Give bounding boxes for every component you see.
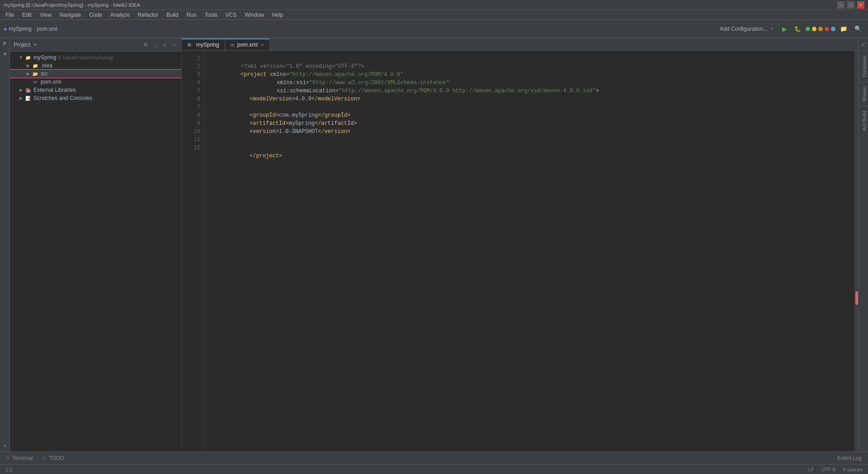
menu-vcs[interactable]: VCS <box>222 11 241 19</box>
project-tree: ▼ 📁 mySpring E:\JavaProject\mySpring ▶ 📁… <box>10 52 181 451</box>
menu-view[interactable]: View <box>36 11 55 19</box>
status-indent[interactable]: 4 spaces <box>841 467 864 472</box>
menu-tools[interactable]: Tools <box>201 11 221 19</box>
tree-arrow-scratches: ▶ <box>17 96 24 100</box>
project-panel-header: Project ▼ ⚙ ↕ ≡ ─ <box>10 38 181 52</box>
ext-libs-icon: 📚 <box>24 87 32 93</box>
tree-item-scratches[interactable]: ▶ 📝 Scratches and Consoles <box>10 94 181 102</box>
project-icon: 📁 <box>24 54 32 61</box>
project-minimize-button[interactable]: ─ <box>170 41 178 48</box>
folder-button[interactable]: 📁 <box>837 24 850 34</box>
tab-myspring[interactable]: ⚙ mySpring <box>182 38 225 50</box>
tree-label-scratches: Scratches and Consoles <box>33 95 92 101</box>
menu-refactor[interactable]: Refactor <box>134 11 162 19</box>
indicator-orange <box>818 27 823 31</box>
code-line-7: <groupId>com.mySpring</groupId> <box>208 103 851 111</box>
menu-file[interactable]: File <box>2 11 18 19</box>
title-bar: mySpring [E:\JavaProject\mySpring] - myS… <box>0 0 868 10</box>
src-folder-icon: 📂 <box>32 71 39 77</box>
tree-arrow-ext-libs: ▶ <box>17 88 24 92</box>
breadcrumb-project[interactable]: mySpring <box>9 26 32 32</box>
tree-arrow-myspring: ▼ <box>17 55 24 60</box>
tree-arrow-src: ▶ <box>24 71 32 76</box>
terminal-tab[interactable]: 2: Terminal <box>2 453 38 463</box>
tree-item-myspring-root[interactable]: ▼ 📁 mySpring E:\JavaProject\mySpring <box>10 53 181 62</box>
project-gear-button[interactable]: ≡ <box>161 41 168 48</box>
code-line-1: <?xml version="1.0" encoding="UTF-8"?> <box>208 54 851 62</box>
toolbar: ● mySpring / pom.xml Add Configuration..… <box>0 20 868 38</box>
search-button[interactable]: 🔍 <box>852 24 864 34</box>
code-line-12: </project> <box>208 144 851 152</box>
tree-item-external-libraries[interactable]: ▶ 📚 External Libraries <box>10 86 181 94</box>
add-configuration-button[interactable]: Add Configuration... ▼ <box>716 24 778 34</box>
favorites-tool-button[interactable]: ★ <box>1 50 9 58</box>
code-line-11 <box>208 136 851 144</box>
breadcrumb-icon: ● <box>4 26 7 32</box>
run-button[interactable]: ▶ <box>779 24 790 34</box>
scroll-indicator <box>854 51 858 451</box>
pomxml-icon: m <box>32 79 39 85</box>
status-encoding[interactable]: UTF-8 <box>820 467 837 472</box>
tab-pomxml-icon: m <box>231 42 235 47</box>
tree-path-myspring: E:\JavaProject\mySpring <box>58 55 113 60</box>
menu-run[interactable]: Run <box>183 11 200 19</box>
tree-label-myspring: mySpring <box>33 54 57 61</box>
project-dropdown-arrow[interactable]: ▼ <box>33 43 37 47</box>
main-content: P ★ ≡ Project ▼ ⚙ ↕ ≡ ─ ▼ 📁 mySpring E:\… <box>0 38 868 451</box>
menu-analyze[interactable]: Analyze <box>107 11 133 19</box>
close-button[interactable]: ✕ <box>857 1 864 9</box>
tree-label-ext-libs: External Libraries <box>33 87 75 93</box>
code-editor[interactable]: <?xml version="1.0" encoding="UTF-8"?> <… <box>204 51 854 451</box>
breadcrumb: ● mySpring / pom.xml <box>4 26 57 32</box>
menu-edit[interactable]: Edit <box>19 11 35 19</box>
status-lf[interactable]: LF <box>807 467 816 472</box>
tree-item-idea[interactable]: ▶ 📁 .idea <box>10 62 181 70</box>
terminal-num: 2: <box>6 455 10 461</box>
tree-item-pomxml[interactable]: ▶ m pom.xml <box>10 78 181 86</box>
menu-navigate[interactable]: Navigate <box>56 11 85 19</box>
structure-tool-button[interactable]: ≡ <box>1 441 9 450</box>
todo-tab[interactable]: 6: TODO <box>38 453 69 463</box>
tree-label-src: src <box>41 71 48 77</box>
idea-folder-icon: 📁 <box>32 62 39 69</box>
project-settings-button[interactable]: ⚙ <box>142 41 150 48</box>
database-tab[interactable]: Database <box>859 51 868 81</box>
tree-label-idea: .idea <box>41 62 52 69</box>
terminal-label: Terminal <box>12 455 33 461</box>
menu-build[interactable]: Build <box>163 11 182 19</box>
dropdown-arrow-icon: ▼ <box>769 26 774 31</box>
add-config-label: Add Configuration... <box>720 26 768 32</box>
editor-content: 1 2 3 4 5 6 7 8 9 10 11 12 <?xml version… <box>182 51 858 451</box>
tree-item-src[interactable]: ▶ 📂 src <box>10 70 181 78</box>
todo-label: TODO <box>49 455 64 461</box>
maven-tab[interactable]: Maven <box>859 81 868 106</box>
tab-close-icon[interactable]: ✕ <box>260 43 264 47</box>
tab-pomxml-text: pom.xml <box>237 42 258 48</box>
project-panel-title: Project <box>14 42 30 48</box>
status-bar: 1:1 LF UTF-8 4 spaces <box>0 464 868 474</box>
left-tool-strip: P ★ ≡ <box>0 38 10 451</box>
project-panel: Project ▼ ⚙ ↕ ≡ ─ ▼ 📁 mySpring E:\JavaPr… <box>10 38 182 451</box>
tree-arrow-idea: ▶ <box>24 63 32 68</box>
line-numbers: 1 2 3 4 5 6 7 8 9 10 11 12 <box>182 51 204 451</box>
debug-button[interactable]: 🐛 <box>792 24 804 34</box>
indicator-blue <box>831 27 835 31</box>
indicator-red <box>825 27 829 31</box>
project-collapse-button[interactable]: ↕ <box>152 41 159 48</box>
menu-code[interactable]: Code <box>85 11 106 19</box>
menu-help[interactable]: Help <box>269 11 287 19</box>
todo-num: 6: <box>43 455 47 461</box>
right-panel-tabs: ✓ Database Maven Ant Build <box>858 38 868 451</box>
editor-tabs: ⚙ mySpring m pom.xml ✕ <box>182 38 858 51</box>
status-line-col[interactable]: 1:1 <box>4 467 14 472</box>
menu-window[interactable]: Window <box>241 11 268 19</box>
minimize-button[interactable]: ─ <box>837 1 844 9</box>
scratches-icon: 📝 <box>24 95 32 101</box>
ant-build-tab[interactable]: Ant Build <box>859 106 868 135</box>
tab-myspring-text: mySpring <box>196 42 219 48</box>
breadcrumb-file[interactable]: pom.xml <box>37 26 57 32</box>
tab-pomxml[interactable]: m pom.xml ✕ <box>225 38 270 50</box>
event-log-tab[interactable]: Event Log <box>833 453 866 463</box>
project-tool-button[interactable]: P <box>1 40 9 48</box>
maximize-button[interactable]: □ <box>847 1 854 9</box>
